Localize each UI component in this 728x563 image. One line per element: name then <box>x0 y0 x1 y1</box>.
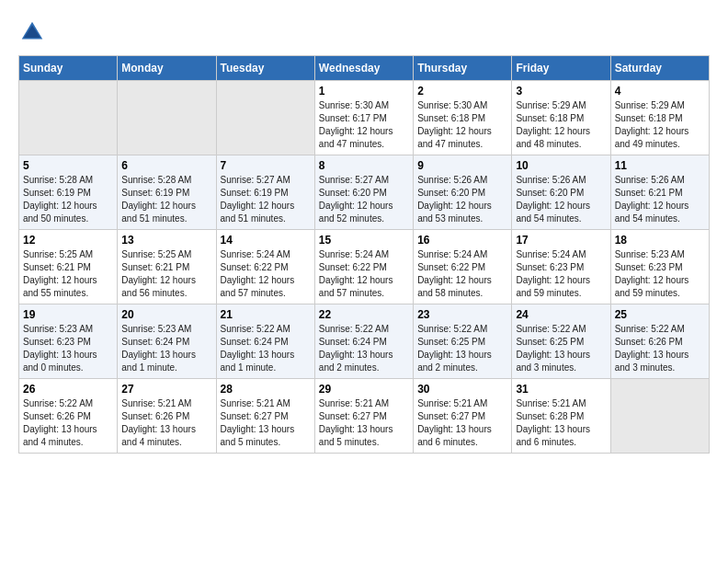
calendar-week-row: 26Sunrise: 5:22 AM Sunset: 6:26 PM Dayli… <box>19 379 710 454</box>
calendar-cell: 17Sunrise: 5:24 AM Sunset: 6:23 PM Dayli… <box>512 230 610 304</box>
calendar-cell: 21Sunrise: 5:22 AM Sunset: 6:24 PM Dayli… <box>216 304 314 379</box>
day-info: Sunrise: 5:21 AM Sunset: 6:27 PM Dayligh… <box>221 397 311 449</box>
calendar-cell: 16Sunrise: 5:24 AM Sunset: 6:22 PM Dayli… <box>414 230 512 304</box>
day-info: Sunrise: 5:22 AM Sunset: 6:25 PM Dayligh… <box>417 323 507 374</box>
day-info: Sunrise: 5:27 AM Sunset: 6:20 PM Dayligh… <box>319 174 409 225</box>
day-number: 29 <box>319 383 409 396</box>
day-info: Sunrise: 5:24 AM Sunset: 6:22 PM Dayligh… <box>417 248 507 300</box>
calendar-cell: 23Sunrise: 5:22 AM Sunset: 6:25 PM Dayli… <box>414 304 512 379</box>
day-number: 19 <box>23 308 113 321</box>
day-info: Sunrise: 5:29 AM Sunset: 6:18 PM Dayligh… <box>516 99 606 151</box>
calendar-cell: 1Sunrise: 5:30 AM Sunset: 6:17 PM Daylig… <box>314 81 413 155</box>
day-info: Sunrise: 5:30 AM Sunset: 6:17 PM Dayligh… <box>319 99 409 151</box>
day-number: 17 <box>516 234 606 247</box>
day-info: Sunrise: 5:26 AM Sunset: 6:20 PM Dayligh… <box>417 174 507 225</box>
day-info: Sunrise: 5:22 AM Sunset: 6:25 PM Dayligh… <box>516 323 606 374</box>
day-info: Sunrise: 5:22 AM Sunset: 6:24 PM Dayligh… <box>221 323 311 374</box>
day-info: Sunrise: 5:22 AM Sunset: 6:26 PM Dayligh… <box>23 397 113 449</box>
day-number: 15 <box>319 234 409 247</box>
day-number: 7 <box>221 159 311 172</box>
calendar-cell: 13Sunrise: 5:25 AM Sunset: 6:21 PM Dayli… <box>118 230 216 304</box>
day-number: 2 <box>417 85 507 98</box>
day-number: 8 <box>319 159 409 172</box>
day-info: Sunrise: 5:30 AM Sunset: 6:18 PM Dayligh… <box>417 99 507 151</box>
day-number: 20 <box>121 308 211 321</box>
calendar-cell: 8Sunrise: 5:27 AM Sunset: 6:20 PM Daylig… <box>314 155 413 230</box>
day-info: Sunrise: 5:25 AM Sunset: 6:21 PM Dayligh… <box>23 248 113 300</box>
day-info: Sunrise: 5:23 AM Sunset: 6:24 PM Dayligh… <box>121 323 211 374</box>
day-number: 3 <box>516 85 606 98</box>
day-number: 22 <box>319 308 409 321</box>
day-info: Sunrise: 5:24 AM Sunset: 6:22 PM Dayligh… <box>221 248 311 300</box>
weekday-header: Thursday <box>414 56 512 81</box>
day-number: 6 <box>121 159 211 172</box>
day-number: 28 <box>221 383 311 396</box>
day-number: 24 <box>516 308 606 321</box>
calendar-cell: 2Sunrise: 5:30 AM Sunset: 6:18 PM Daylig… <box>414 81 512 155</box>
calendar-cell: 24Sunrise: 5:22 AM Sunset: 6:25 PM Dayli… <box>512 304 610 379</box>
calendar-cell: 22Sunrise: 5:22 AM Sunset: 6:24 PM Dayli… <box>314 304 413 379</box>
calendar-cell: 7Sunrise: 5:27 AM Sunset: 6:19 PM Daylig… <box>216 155 314 230</box>
calendar-cell <box>610 379 709 454</box>
day-info: Sunrise: 5:23 AM Sunset: 6:23 PM Dayligh… <box>615 248 705 300</box>
day-info: Sunrise: 5:21 AM Sunset: 6:27 PM Dayligh… <box>417 397 507 449</box>
day-number: 14 <box>221 234 311 247</box>
day-info: Sunrise: 5:27 AM Sunset: 6:19 PM Dayligh… <box>221 174 311 225</box>
calendar-cell <box>118 81 216 155</box>
weekday-header: Wednesday <box>314 56 413 81</box>
calendar-cell: 19Sunrise: 5:23 AM Sunset: 6:23 PM Dayli… <box>19 304 118 379</box>
day-number: 16 <box>417 234 507 247</box>
logo-icon <box>18 18 46 46</box>
calendar-week-row: 12Sunrise: 5:25 AM Sunset: 6:21 PM Dayli… <box>19 230 710 304</box>
calendar-table: SundayMondayTuesdayWednesdayThursdayFrid… <box>18 55 710 454</box>
calendar-cell: 18Sunrise: 5:23 AM Sunset: 6:23 PM Dayli… <box>610 230 709 304</box>
day-info: Sunrise: 5:24 AM Sunset: 6:23 PM Dayligh… <box>516 248 606 300</box>
day-number: 11 <box>615 159 705 172</box>
day-number: 12 <box>23 234 113 247</box>
day-number: 10 <box>516 159 606 172</box>
calendar-cell: 5Sunrise: 5:28 AM Sunset: 6:19 PM Daylig… <box>19 155 118 230</box>
calendar-cell: 31Sunrise: 5:21 AM Sunset: 6:28 PM Dayli… <box>512 379 610 454</box>
weekday-header: Friday <box>512 56 610 81</box>
weekday-header: Saturday <box>610 56 709 81</box>
calendar-cell <box>216 81 314 155</box>
calendar-cell: 4Sunrise: 5:29 AM Sunset: 6:18 PM Daylig… <box>610 81 709 155</box>
day-info: Sunrise: 5:21 AM Sunset: 6:28 PM Dayligh… <box>516 397 606 449</box>
day-info: Sunrise: 5:26 AM Sunset: 6:20 PM Dayligh… <box>516 174 606 225</box>
calendar-cell: 15Sunrise: 5:24 AM Sunset: 6:22 PM Dayli… <box>314 230 413 304</box>
day-info: Sunrise: 5:22 AM Sunset: 6:24 PM Dayligh… <box>319 323 409 374</box>
calendar-cell: 26Sunrise: 5:22 AM Sunset: 6:26 PM Dayli… <box>19 379 118 454</box>
calendar-cell: 27Sunrise: 5:21 AM Sunset: 6:26 PM Dayli… <box>118 379 216 454</box>
weekday-header: Sunday <box>19 56 118 81</box>
weekday-row: SundayMondayTuesdayWednesdayThursdayFrid… <box>19 56 710 81</box>
calendar-week-row: 1Sunrise: 5:30 AM Sunset: 6:17 PM Daylig… <box>19 81 710 155</box>
day-info: Sunrise: 5:28 AM Sunset: 6:19 PM Dayligh… <box>23 174 113 225</box>
weekday-header: Tuesday <box>216 56 314 81</box>
calendar-cell: 12Sunrise: 5:25 AM Sunset: 6:21 PM Dayli… <box>19 230 118 304</box>
page-header <box>18 18 710 46</box>
calendar-cell: 25Sunrise: 5:22 AM Sunset: 6:26 PM Dayli… <box>610 304 709 379</box>
calendar-cell: 6Sunrise: 5:28 AM Sunset: 6:19 PM Daylig… <box>118 155 216 230</box>
day-info: Sunrise: 5:21 AM Sunset: 6:26 PM Dayligh… <box>121 397 211 449</box>
calendar-week-row: 5Sunrise: 5:28 AM Sunset: 6:19 PM Daylig… <box>19 155 710 230</box>
day-number: 18 <box>615 234 705 247</box>
day-number: 5 <box>23 159 113 172</box>
logo <box>18 18 50 46</box>
day-info: Sunrise: 5:29 AM Sunset: 6:18 PM Dayligh… <box>615 99 705 151</box>
calendar-cell <box>19 81 118 155</box>
calendar-cell: 20Sunrise: 5:23 AM Sunset: 6:24 PM Dayli… <box>118 304 216 379</box>
day-info: Sunrise: 5:28 AM Sunset: 6:19 PM Dayligh… <box>121 174 211 225</box>
day-number: 21 <box>221 308 311 321</box>
day-number: 30 <box>417 383 507 396</box>
day-number: 31 <box>516 383 606 396</box>
day-number: 26 <box>23 383 113 396</box>
calendar-cell: 14Sunrise: 5:24 AM Sunset: 6:22 PM Dayli… <box>216 230 314 304</box>
day-number: 23 <box>417 308 507 321</box>
day-info: Sunrise: 5:23 AM Sunset: 6:23 PM Dayligh… <box>23 323 113 374</box>
day-number: 25 <box>615 308 705 321</box>
day-number: 13 <box>121 234 211 247</box>
calendar-cell: 28Sunrise: 5:21 AM Sunset: 6:27 PM Dayli… <box>216 379 314 454</box>
day-info: Sunrise: 5:25 AM Sunset: 6:21 PM Dayligh… <box>121 248 211 300</box>
calendar-cell: 30Sunrise: 5:21 AM Sunset: 6:27 PM Dayli… <box>414 379 512 454</box>
day-number: 9 <box>417 159 507 172</box>
